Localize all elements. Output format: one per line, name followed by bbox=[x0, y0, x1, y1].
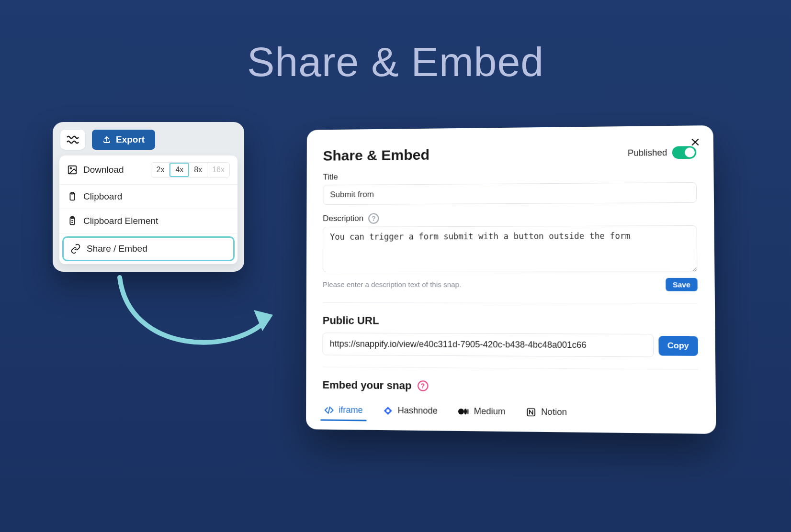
embed-heading: Embed your snap ? bbox=[322, 379, 698, 395]
divider-2 bbox=[322, 367, 698, 370]
export-button[interactable]: Export bbox=[92, 130, 155, 150]
description-helper: Please enter a description text of this … bbox=[323, 280, 462, 288]
close-icon bbox=[690, 137, 700, 147]
wave-icon bbox=[67, 135, 79, 144]
tab-hashnode-label: Hashnode bbox=[398, 406, 438, 416]
description-help-icon[interactable]: ? bbox=[368, 213, 379, 224]
svg-point-7 bbox=[464, 409, 467, 414]
hashnode-icon bbox=[383, 406, 393, 415]
description-label: Description ? bbox=[323, 211, 697, 224]
arrow-illustration bbox=[110, 273, 282, 368]
export-row-download[interactable]: Download 2x 4x 8x 16x bbox=[59, 155, 237, 185]
tab-notion-label: Notion bbox=[541, 407, 567, 418]
upload-icon bbox=[102, 135, 111, 144]
description-label-text: Description bbox=[323, 214, 363, 223]
title-label: Title bbox=[323, 169, 696, 182]
modal-title: Share & Embed bbox=[323, 147, 429, 164]
public-url-heading: Public URL bbox=[323, 314, 698, 328]
published-toggle[interactable] bbox=[672, 146, 697, 159]
tab-iframe-label: iframe bbox=[339, 405, 362, 415]
embed-heading-text: Embed your snap bbox=[322, 379, 411, 392]
public-url-input[interactable] bbox=[323, 332, 654, 357]
clipboard-element-label: Clipboard Element bbox=[83, 216, 158, 226]
export-row-share-embed[interactable]: Share / Embed bbox=[62, 236, 235, 261]
share-embed-modal: Share & Embed Published Title Descriptio… bbox=[306, 125, 716, 434]
size-4x[interactable]: 4x bbox=[170, 163, 189, 177]
code-icon bbox=[324, 405, 334, 415]
embed-help-icon[interactable]: ? bbox=[418, 380, 428, 391]
tab-notion[interactable]: Notion bbox=[524, 403, 569, 423]
page-hero-title: Share & Embed bbox=[247, 38, 544, 86]
export-list: Download 2x 4x 8x 16x Clipboard Clipboar… bbox=[59, 155, 237, 264]
size-2x[interactable]: 2x bbox=[151, 163, 170, 177]
save-button[interactable]: Save bbox=[666, 278, 698, 291]
share-embed-label: Share / Embed bbox=[87, 244, 147, 254]
medium-icon bbox=[458, 408, 469, 414]
svg-point-6 bbox=[458, 408, 464, 414]
clipboard-label: Clipboard bbox=[83, 191, 122, 202]
divider bbox=[323, 302, 698, 303]
svg-point-8 bbox=[467, 409, 468, 414]
svg-point-1 bbox=[70, 167, 71, 169]
app-logo bbox=[60, 130, 85, 150]
size-8x[interactable]: 8x bbox=[189, 163, 207, 177]
link-icon bbox=[70, 244, 81, 254]
clipboard-icon bbox=[67, 191, 78, 202]
export-button-label: Export bbox=[116, 134, 145, 145]
tab-iframe[interactable]: iframe bbox=[322, 401, 365, 421]
tab-medium-label: Medium bbox=[474, 406, 506, 417]
embed-tabs: iframe Hashnode Medium Notion bbox=[322, 397, 699, 425]
copy-button[interactable]: Copy bbox=[658, 336, 698, 356]
size-group: 2x 4x 8x 16x bbox=[151, 162, 230, 177]
export-row-clipboard-element[interactable]: Clipboard Element bbox=[59, 209, 237, 233]
title-input[interactable] bbox=[323, 182, 697, 205]
tab-hashnode[interactable]: Hashnode bbox=[381, 401, 440, 422]
download-label: Download bbox=[83, 165, 124, 175]
export-row-clipboard[interactable]: Clipboard bbox=[59, 185, 237, 209]
notion-icon bbox=[526, 407, 536, 417]
clipboard-element-icon bbox=[67, 216, 78, 226]
description-input[interactable]: You can trigger a form submit with a but… bbox=[323, 225, 698, 272]
export-panel: Export Download 2x 4x 8x 16x Clipboard bbox=[53, 122, 244, 272]
published-label: Published bbox=[628, 147, 667, 158]
image-icon bbox=[67, 165, 78, 175]
size-16x[interactable]: 16x bbox=[207, 163, 229, 177]
tab-medium[interactable]: Medium bbox=[456, 402, 508, 423]
